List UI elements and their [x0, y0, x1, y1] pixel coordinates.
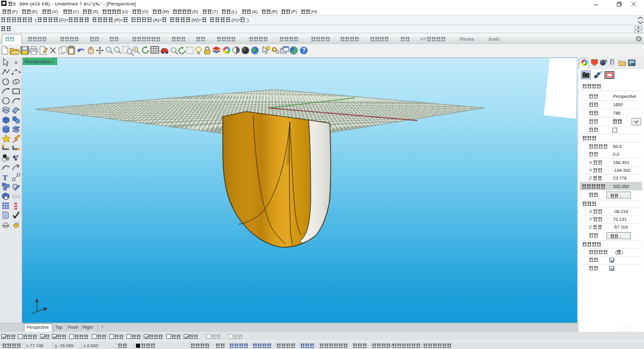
svg-text:?: ? [302, 47, 305, 54]
svg-text:T: T [2, 173, 8, 182]
